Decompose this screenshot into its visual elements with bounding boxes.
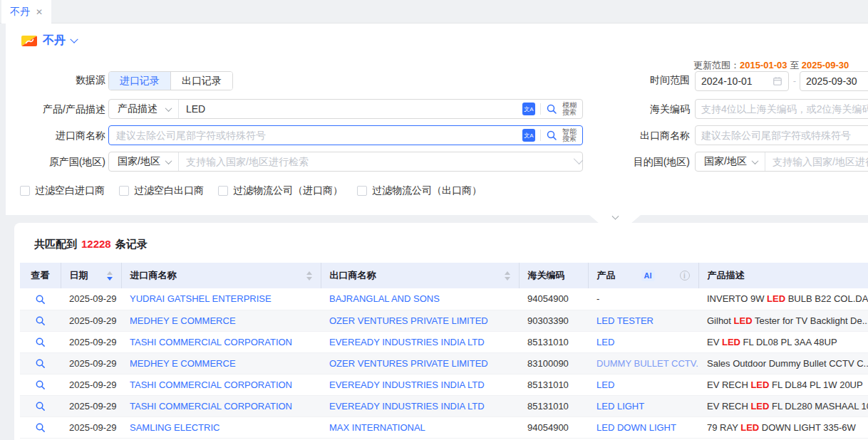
fuzzy-search-button[interactable]: 文A 模糊搜索 [517, 100, 582, 118]
view-record-button[interactable] [35, 358, 46, 369]
view-record-button[interactable] [35, 401, 46, 412]
hs-code-field[interactable] [695, 99, 868, 119]
table-row: 2025-09-29 TASHI COMMERCIAL CORPORATION … [20, 374, 868, 395]
exporter-link[interactable]: MAX INTERNATIONAL [329, 422, 425, 433]
importer-link[interactable]: MEDHEY E COMMERCE [130, 315, 236, 326]
export-records-toggle[interactable]: 出口记录 [170, 72, 232, 90]
exporter-sorter[interactable] [505, 271, 510, 281]
ai-badge: AI [641, 270, 655, 281]
importer-link[interactable]: TASHI COMMERCIAL CORPORATION [130, 379, 292, 390]
header-importer: 进口商名称 [122, 269, 321, 282]
date-sorter[interactable] [107, 271, 113, 281]
import-records-toggle[interactable]: 进口记录 [109, 72, 170, 90]
calendar-icon [773, 76, 788, 86]
product-search-input[interactable] [179, 100, 517, 118]
exporter-link[interactable]: EVEREADY INDUSTRIES INDIA LTD [329, 401, 485, 412]
chevron-down-icon [165, 105, 172, 112]
importer-link[interactable]: TASHI COMMERCIAL CORPORATION [130, 337, 292, 347]
product-link[interactable]: LED LIGHT [596, 401, 644, 412]
importer-link[interactable]: YUDRAI GATSHEL ENTERPRISE [130, 293, 272, 304]
chevron-down-icon [574, 154, 583, 164]
app-window: 不丹 ✕ 不丹 数据源 进口记录 出口记录 更新范围：2015-01-03 至 … [0, 0, 868, 440]
destination-type-value: 国家/地区 [704, 155, 747, 168]
header-exporter: 出口商名称 [321, 269, 519, 282]
exporter-link[interactable]: BAJRANGLAL AND SONS [329, 293, 440, 304]
description-cell: Sales Outdoor Dummy Bullet CCTV C... [698, 352, 868, 374]
product-link[interactable]: LED TESTER [596, 315, 653, 326]
translate-icon[interactable]: 文A [522, 129, 535, 142]
view-record-button[interactable] [35, 315, 46, 326]
importer-link[interactable]: TASHI COMMERCIAL CORPORATION [130, 401, 292, 412]
start-date-input[interactable] [696, 72, 773, 90]
exporter-name-field[interactable] [695, 125, 868, 145]
hs-code-input[interactable] [696, 100, 868, 118]
filter-blank-importer-checkbox[interactable]: 过滤空白进口商 [20, 184, 105, 197]
table-row: 2025-09-29 SAMLING ELECTRIC MAX INTERNAT… [20, 417, 868, 438]
hs-code-cell: 85131010 [519, 331, 588, 352]
chevron-down-icon [752, 157, 759, 164]
start-date-picker[interactable] [695, 71, 789, 91]
translate-icon[interactable]: 文A [522, 103, 535, 115]
importer-name-input[interactable] [109, 126, 517, 145]
origin-country-input[interactable] [179, 152, 574, 171]
exporter-link[interactable]: OZER VENTURES PRIVATE LIMITED [329, 315, 488, 326]
exporter-link[interactable]: OZER VENTURES PRIVATE LIMITED [329, 358, 488, 369]
exporter-name-input[interactable] [696, 126, 868, 145]
importer-link[interactable]: SAMLING ELECTRIC [130, 422, 219, 433]
filter-checkboxes: 过滤空白进口商 过滤空白出口商 过滤物流公司（进口商） 过滤物流公司（出口商） [20, 184, 482, 197]
product-link[interactable]: LED DOWN LIGHT [596, 422, 676, 433]
tab-close-icon[interactable]: ✕ [36, 7, 43, 17]
destination-type-select[interactable]: 国家/地区 [696, 152, 765, 171]
update-range-start: 2015-01-03 [740, 60, 787, 70]
product-link[interactable]: LED [596, 337, 614, 347]
end-date-picker[interactable] [800, 71, 868, 91]
checkbox-icon[interactable] [119, 186, 129, 196]
description-cell: INVERTO 9W LED BULB B22 COL.DA ... [698, 288, 868, 310]
hs-code-cell: 94054900 [519, 288, 588, 310]
country-name: 不丹 [43, 33, 66, 48]
importer-sorter[interactable] [306, 271, 312, 281]
country-selector[interactable]: 不丹 [21, 33, 77, 48]
header-hs-code: 海关编码 [520, 269, 588, 282]
exporter-link[interactable]: EVEREADY INDUSTRIES INDIA LTD [329, 379, 485, 390]
destination-group: 国家/地区 [695, 152, 868, 172]
summary-suffix: 条记录 [115, 238, 148, 250]
importer-link[interactable]: MEDHEY E COMMERCE [130, 358, 236, 369]
product-link[interactable]: LED [596, 379, 614, 390]
end-date-input[interactable] [800, 72, 868, 90]
view-record-button[interactable] [35, 379, 46, 390]
checkbox-icon[interactable] [20, 186, 30, 196]
importer-search-group: 文A 智能搜索 [108, 125, 583, 145]
view-record-button[interactable] [35, 337, 46, 347]
checkbox-icon[interactable] [218, 186, 228, 196]
results-count: 12228 [81, 238, 111, 250]
product-link[interactable]: DUMMY BULLET CCTV... [596, 358, 698, 369]
results-panel: 共匹配到12228条记录 查看 日期 进口商名称 [14, 223, 868, 440]
destination-input[interactable] [765, 152, 868, 171]
destination-label: 目的国(地区) [584, 156, 690, 169]
info-icon[interactable]: i [680, 271, 690, 281]
date-cell: 2025-09-29 [61, 310, 121, 331]
time-range-label: 时间范围 [584, 74, 690, 87]
checkbox-icon[interactable] [357, 186, 367, 196]
exporter-link[interactable]: EVEREADY INDUSTRIES INDIA LTD [329, 337, 485, 347]
product-search-group: 产品描述 文A 模糊搜索 [108, 99, 583, 119]
tab-bar: 不丹 ✕ [0, 0, 868, 23]
view-record-button[interactable] [35, 294, 46, 305]
filter-logistics-exporter-checkbox[interactable]: 过滤物流公司（出口商） [357, 184, 482, 197]
product-type-select[interactable]: 产品描述 [109, 100, 179, 118]
description-cell: Gilhot LED Tester for TV Backlight De... [698, 310, 868, 331]
results-table: 查看 日期 进口商名称 出口商名称 海关编码 产品 [20, 263, 868, 439]
smart-search-button[interactable]: 文A 智能搜索 [517, 126, 582, 145]
view-record-button[interactable] [35, 422, 46, 433]
tab-title: 不丹 [10, 6, 30, 19]
filter-panel: 不丹 数据源 进口记录 出口记录 更新范围：2015-01-03 至 2025-… [6, 23, 868, 215]
update-range-end: 2025-09-30 [802, 60, 849, 70]
exporter-label: 出口商名称 [584, 130, 690, 142]
table-row: 2025-09-29 MEDHEY E COMMERCE OZER VENTUR… [20, 310, 868, 331]
filter-blank-exporter-checkbox[interactable]: 过滤空白出口商 [119, 184, 204, 197]
filter-logistics-importer-checkbox[interactable]: 过滤物流公司（进口商） [218, 184, 343, 197]
origin-type-select[interactable]: 国家/地区 [109, 152, 179, 171]
fuzzy-search-label: 模糊搜索 [562, 102, 577, 116]
tab-bhutan[interactable]: 不丹 ✕ [1, 0, 51, 23]
